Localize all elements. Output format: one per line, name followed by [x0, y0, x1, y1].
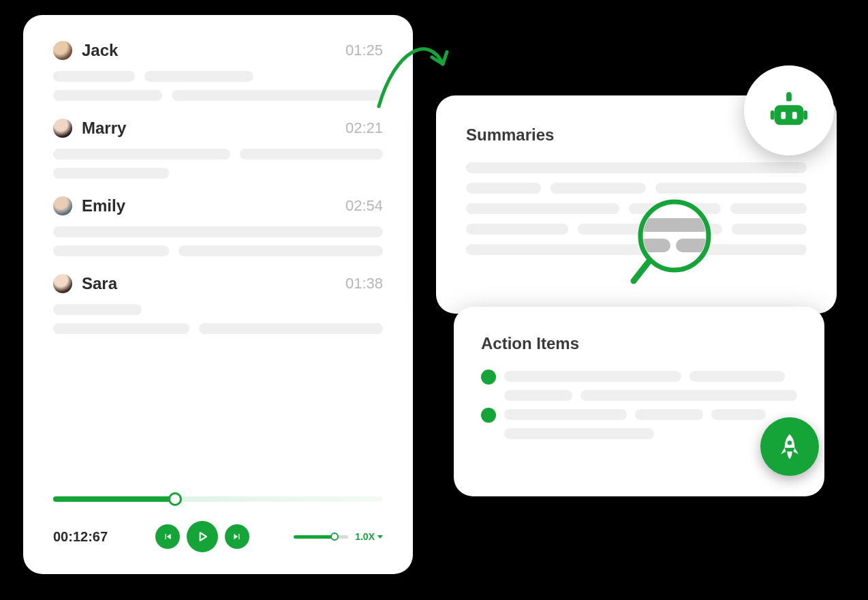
svg-line-13 — [634, 262, 649, 281]
speed-slider[interactable] — [294, 535, 348, 539]
speaker-header: Emily 02:54 — [53, 196, 383, 215]
speaker-timestamp: 02:21 — [345, 119, 383, 137]
magnifier-icon — [630, 198, 711, 286]
progress-fill — [53, 496, 175, 502]
bullet-icon — [481, 408, 496, 423]
skip-forward-button[interactable] — [225, 524, 249, 549]
speaker-name: Marry — [82, 119, 345, 138]
svg-rect-4 — [771, 110, 775, 120]
speaker-block-emily: Emily 02:54 — [53, 196, 383, 256]
avatar — [53, 196, 72, 215]
player-controls — [155, 521, 249, 552]
rocket-icon — [775, 432, 805, 462]
skip-back-button[interactable] — [155, 524, 180, 549]
speaker-header: Sara 01:38 — [53, 274, 383, 293]
play-button[interactable] — [187, 521, 218, 552]
speaker-timestamp: 01:38 — [345, 275, 383, 292]
progress-handle[interactable] — [168, 492, 182, 506]
speaker-block-jack: Jack 01:25 — [53, 41, 383, 101]
speed-value: 1.0X — [355, 531, 375, 542]
speed-control[interactable]: 1.0X — [294, 531, 383, 542]
svg-rect-5 — [803, 110, 807, 120]
speaker-header: Marry 02:21 — [53, 119, 383, 138]
speaker-name: Emily — [82, 196, 345, 215]
chevron-down-icon — [377, 535, 383, 539]
speed-handle[interactable] — [330, 532, 339, 541]
bullet-icon — [481, 370, 496, 385]
svg-point-3 — [786, 92, 792, 97]
svg-marker-0 — [200, 532, 206, 541]
svg-rect-10 — [639, 218, 710, 232]
robot-icon — [768, 89, 810, 132]
svg-rect-7 — [792, 112, 797, 119]
transcript-list: Jack 01:25 Marry 02:21 Emily 02:54 — [53, 41, 383, 483]
speaker-block-sara: Sara 01:38 — [53, 274, 383, 334]
speaker-name: Sara — [82, 274, 345, 293]
speed-label[interactable]: 1.0X — [355, 531, 383, 542]
action-item — [481, 371, 797, 401]
svg-point-14 — [788, 440, 792, 445]
avatar — [53, 274, 72, 293]
ai-assistant-badge[interactable] — [744, 65, 834, 155]
avatar — [53, 119, 72, 138]
progress-track[interactable] — [53, 496, 383, 502]
audio-player: 00:12:67 1.0X — [53, 483, 383, 552]
svg-rect-6 — [781, 112, 786, 119]
launch-badge[interactable] — [760, 417, 819, 476]
speaker-name: Jack — [82, 41, 345, 60]
action-item — [481, 409, 797, 439]
elapsed-time: 00:12:67 — [53, 529, 155, 545]
speaker-timestamp: 02:54 — [345, 197, 383, 215]
action-items-panel: Action Items — [454, 307, 824, 496]
speaker-block-marry: Marry 02:21 — [53, 119, 383, 179]
speaker-header: Jack 01:25 — [53, 41, 383, 60]
svg-rect-1 — [775, 105, 804, 125]
action-items-title: Action Items — [481, 334, 797, 353]
avatar — [53, 41, 72, 60]
